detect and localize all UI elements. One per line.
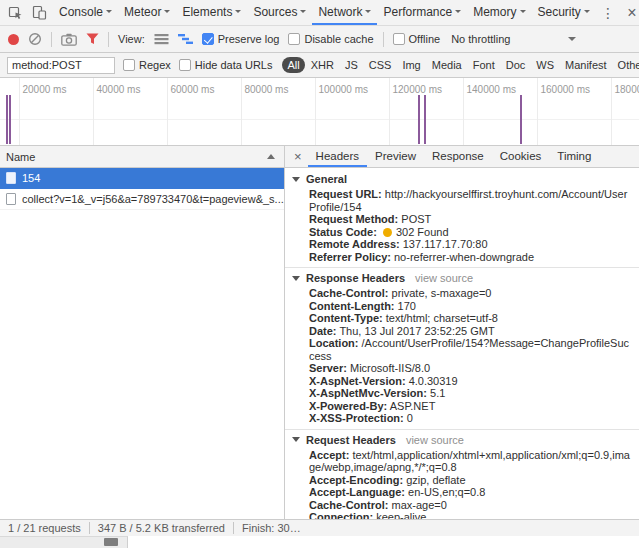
tab-performance[interactable]: Performance <box>377 0 467 25</box>
capture-screenshots-button[interactable] <box>61 33 77 46</box>
header-name: Server: <box>309 362 347 374</box>
filter-button[interactable] <box>86 33 99 45</box>
regex-checkbox[interactable]: Regex <box>123 59 171 71</box>
filter-type-doc[interactable]: Doc <box>501 57 531 73</box>
detail-tab-headers[interactable]: Headers <box>308 146 367 167</box>
header-name: Date: <box>309 325 337 337</box>
tab-security[interactable]: Security <box>532 0 596 25</box>
offline-checkbox[interactable]: Offline <box>393 33 441 45</box>
detail-tab-response[interactable]: Response <box>424 146 492 167</box>
header-name: Accept: <box>309 449 349 461</box>
request-row[interactable]: collect?v=1&_v=j56&a=789733470&t=pagevie… <box>0 189 284 210</box>
header-item: Accept-Encoding: gzip, deflate <box>285 474 639 487</box>
close-devtools-button[interactable]: × <box>620 0 639 25</box>
header-item: Cache-Control: max-age=0 <box>285 499 639 512</box>
header-name: Request URL: <box>309 188 382 200</box>
tab-memory[interactable]: Memory <box>467 0 531 25</box>
tab-network[interactable]: Network <box>312 0 377 25</box>
large-request-rows-toggle[interactable] <box>154 33 169 45</box>
status-dot-icon <box>383 228 392 237</box>
overview-tick-label: 120000 ms <box>393 84 442 95</box>
filter-type-manifest[interactable]: Manifest <box>560 57 612 73</box>
detail-tab-preview[interactable]: Preview <box>367 146 424 167</box>
timeline-overview[interactable]: 20000 ms40000 ms60000 ms80000 ms100000 m… <box>0 78 639 146</box>
header-item: Cache-Control: private, s-maxage=0 <box>285 287 639 300</box>
filter-type-ws[interactable]: WS <box>531 57 559 73</box>
tab-label: Security <box>538 5 581 19</box>
header-name: Request Method: <box>309 213 398 225</box>
tab-console[interactable]: Console <box>53 0 118 25</box>
disable-cache-label: Disable cache <box>304 33 373 45</box>
network-summary-bar: 1 / 21 requests347 B / 5.2 KB transferre… <box>0 519 639 536</box>
filter-type-xhr[interactable]: XHR <box>306 57 339 73</box>
overview-tick-label: 140000 ms <box>467 84 516 95</box>
header-item: Accept: text/html,application/xhtml+xml,… <box>285 449 639 474</box>
toolbar-divider <box>108 32 109 47</box>
toolbar-divider <box>51 32 52 47</box>
view-source-link[interactable]: view source <box>415 272 473 284</box>
funnel-icon <box>86 33 99 45</box>
checkbox-unchecked-icon <box>393 33 405 45</box>
name-column-header[interactable]: Name <box>0 146 284 168</box>
bottom-partial-thumb[interactable] <box>104 538 118 546</box>
headers-section-request-headers: Request Headersview sourceAccept: text/h… <box>285 430 639 520</box>
filter-type-other[interactable]: Other <box>613 57 639 73</box>
checkbox-unchecked-icon <box>288 33 300 45</box>
header-value: text/html,application/xhtml+xml,applicat… <box>309 449 630 474</box>
disclosure-triangle-icon[interactable] <box>292 276 300 281</box>
tab-caret-icon <box>520 10 526 13</box>
filter-type-css[interactable]: CSS <box>364 57 397 73</box>
header-value: 0 <box>407 412 413 424</box>
status-requests-count: 1 / 21 requests <box>8 522 81 534</box>
document-icon <box>6 193 16 205</box>
filter-type-media[interactable]: Media <box>427 57 467 73</box>
filter-type-img[interactable]: Img <box>397 57 425 73</box>
tab-elements[interactable]: Elements <box>176 0 247 25</box>
requests-panel: Name 154collect?v=1&_v=j56&a=789733470&t… <box>0 146 285 519</box>
section-header[interactable]: Request Headersview source <box>285 430 639 449</box>
section-header[interactable]: Response Headersview source <box>285 268 639 287</box>
close-icon: × <box>627 5 636 21</box>
show-overview-toggle[interactable] <box>178 33 193 45</box>
view-label: View: <box>118 33 145 45</box>
preserve-log-checkbox[interactable]: Preserve log <box>202 33 280 45</box>
filter-input[interactable] <box>7 57 115 74</box>
filter-type-font[interactable]: Font <box>468 57 500 73</box>
header-item: Server: Microsoft-IIS/8.0 <box>285 362 639 375</box>
headers-pane: GeneralRequest URL: http://hackyourselff… <box>285 168 639 519</box>
close-details-button[interactable]: × <box>288 146 308 167</box>
header-item: Content-Type: text/html; charset=utf-8 <box>285 312 639 325</box>
header-name: Accept-Language: <box>309 486 405 498</box>
detail-tab-timing[interactable]: Timing <box>549 146 599 167</box>
more-options-button[interactable]: ⋮ <box>596 0 620 25</box>
request-rows: 154collect?v=1&_v=j56&a=789733470&t=page… <box>0 168 284 210</box>
disclosure-triangle-icon[interactable] <box>292 437 300 442</box>
checkbox-checked-icon <box>202 33 214 45</box>
hide-data-urls-checkbox[interactable]: Hide data URLs <box>179 59 273 71</box>
clear-icon <box>28 32 42 46</box>
tab-sources[interactable]: Sources <box>247 0 312 25</box>
throttling-select[interactable]: No throttling <box>451 33 576 45</box>
header-value: keep-alive <box>376 511 426 519</box>
header-value: max-age=0 <box>392 499 447 511</box>
headers-section-general: GeneralRequest URL: http://hackyourselff… <box>285 169 639 268</box>
tab-meteor[interactable]: Meteor <box>118 0 176 25</box>
header-item: X-AspNetMvc-Version: 5.1 <box>285 387 639 400</box>
sort-ascending-icon <box>267 154 275 159</box>
filter-type-js[interactable]: JS <box>340 57 363 73</box>
record-button[interactable] <box>8 34 19 45</box>
disclosure-triangle-icon[interactable] <box>292 177 300 182</box>
header-item: Date: Thu, 13 Jul 2017 23:52:25 GMT <box>285 325 639 338</box>
device-toolbar-button[interactable] <box>27 0 51 25</box>
clear-button[interactable] <box>28 32 42 46</box>
detail-tab-cookies[interactable]: Cookies <box>492 146 550 167</box>
disable-cache-checkbox[interactable]: Disable cache <box>288 33 373 45</box>
name-column-label: Name <box>6 151 35 163</box>
filter-type-all[interactable]: All <box>282 57 304 73</box>
header-name: Cache-Control: <box>309 287 388 299</box>
inspect-cursor-icon <box>8 5 23 20</box>
section-header[interactable]: General <box>285 169 639 188</box>
view-source-link[interactable]: view source <box>406 434 464 446</box>
inspect-element-button[interactable] <box>3 0 27 25</box>
request-row[interactable]: 154 <box>0 168 284 189</box>
